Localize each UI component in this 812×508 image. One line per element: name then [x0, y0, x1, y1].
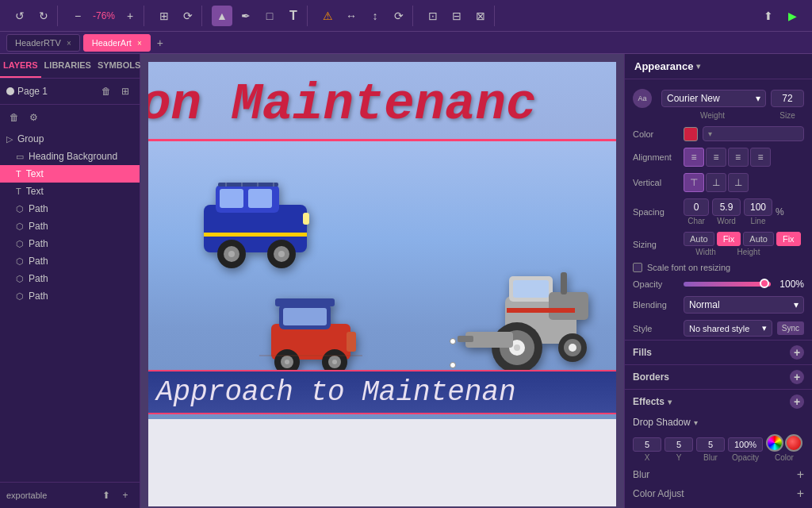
vehicle-truck[interactable] — [188, 149, 315, 279]
layer-text2[interactable]: T Text — [0, 183, 140, 200]
add-action-button[interactable]: + — [117, 487, 133, 503]
right-panel: Appearance ▾ Aa Courier New ▾ 72 — [624, 54, 812, 508]
vehicle-golf-cart[interactable] — [259, 276, 362, 383]
effects-section-header[interactable]: Effects ▾ + — [625, 389, 812, 414]
left-sidebar: LAYERS LIBRARIES SYMBOLS Page 1 🗑 ⊞ 🗑 ⚙ — [0, 54, 140, 508]
align-tool3[interactable]: ⊠ — [470, 6, 491, 26]
borders-section-header[interactable]: Borders + — [625, 364, 812, 389]
style-select[interactable]: No shared style ▾ — [684, 320, 772, 337]
align-left-btn[interactable]: ≡ — [684, 148, 704, 167]
color-selector[interactable]: ▾ — [703, 126, 804, 141]
fit-button[interactable]: ⊞ — [154, 6, 174, 26]
delete-page-button[interactable]: 🗑 — [98, 83, 114, 99]
effects-content: Drop Shadow ▾ X Y B — [625, 414, 812, 508]
tab-header-rtv[interactable]: HeaderRTV × — [6, 34, 80, 52]
add-color-adjust-button[interactable]: + — [797, 487, 804, 501]
shape-tool[interactable]: □ — [259, 6, 280, 26]
tab-symbols[interactable]: SYMBOLS — [94, 54, 144, 78]
valign-mid-btn[interactable]: ⊥ — [706, 173, 726, 192]
opacity-slider[interactable] — [684, 282, 771, 287]
layer-path5[interactable]: ⬡ Path — [0, 270, 140, 287]
align-tool2[interactable]: ⊟ — [446, 6, 467, 26]
height-fix-btn[interactable]: Fix — [776, 232, 801, 246]
layer-path6[interactable]: ⬡ Path — [0, 287, 140, 305]
drop-shadow-dropdown[interactable]: Drop Shadow ▾ — [633, 417, 804, 428]
layer-path1[interactable]: ⬡ Path — [0, 200, 140, 217]
height-auto-btn[interactable]: Auto — [743, 232, 774, 246]
add-effect-button[interactable]: + — [790, 394, 804, 409]
ds-y-input[interactable] — [665, 437, 693, 452]
zoom-in-button[interactable]: + — [120, 6, 140, 26]
fills-section-header[interactable]: Fills + — [625, 340, 812, 364]
add-blur-button[interactable]: + — [797, 468, 804, 482]
add-tab-button[interactable]: + — [157, 37, 163, 49]
layer-group[interactable]: ▷ Group — [0, 130, 140, 148]
layer-path2[interactable]: ⬡ Path — [0, 217, 140, 235]
add-fill-button[interactable]: + — [790, 345, 804, 360]
ds-color-rainbow[interactable] — [766, 434, 783, 452]
align-justify-btn[interactable]: ≡ — [750, 148, 771, 167]
zoom-out-button[interactable]: − — [67, 6, 88, 26]
select-tool[interactable]: ▲ — [212, 6, 232, 26]
flip-v-button[interactable]: ↕ — [365, 6, 385, 26]
refresh-button[interactable]: ⟳ — [389, 6, 409, 26]
flip-h-button[interactable]: ↔ — [341, 6, 362, 26]
redo-button[interactable]: ↻ — [33, 6, 54, 26]
selection-handle-mid[interactable] — [450, 362, 456, 368]
duplicate-page-button[interactable]: ⊞ — [117, 83, 133, 99]
layer-path3[interactable]: ⬡ Path — [0, 235, 140, 252]
text-tool[interactable]: T — [283, 6, 304, 26]
tab-layers[interactable]: LAYERS — [0, 54, 41, 78]
char-spacing-input[interactable]: 0 — [684, 198, 709, 216]
width-fix-btn[interactable]: Fix — [717, 232, 741, 246]
align-center-btn[interactable]: ≡ — [706, 148, 726, 167]
valign-top-btn[interactable]: ⊤ — [684, 173, 704, 192]
design-canvas[interactable]: on Maintenanc — [148, 62, 616, 506]
tab-close-rtv[interactable]: × — [67, 39, 71, 48]
pen-tool[interactable]: ✒ — [236, 6, 256, 26]
ds-x-input[interactable] — [633, 437, 661, 452]
width-auto-btn[interactable]: Auto — [684, 232, 714, 246]
color-swatch[interactable] — [684, 127, 698, 141]
sync-button[interactable]: Sync — [777, 321, 804, 335]
vehicle-tractor[interactable] — [458, 252, 600, 383]
warning-button[interactable]: ⚠ — [317, 6, 338, 26]
line-spacing-input[interactable]: 100 — [744, 198, 772, 216]
add-border-button[interactable]: + — [790, 370, 804, 384]
word-spacing-input[interactable]: 5.9 — [712, 198, 741, 216]
tab-header-art[interactable]: HeaderArt × — [83, 34, 151, 52]
ds-color-swatch[interactable] — [785, 434, 802, 452]
svg-point-40 — [569, 344, 576, 352]
layer-options-button[interactable]: ⚙ — [25, 110, 41, 125]
opacity-thumb[interactable] — [760, 279, 769, 288]
scale-font-checkbox[interactable] — [633, 263, 642, 272]
blending-select[interactable]: Normal ▾ — [684, 296, 804, 314]
subheading-bar[interactable]: Approach to Maintenan — [148, 370, 616, 414]
undo-button[interactable]: ↺ — [10, 6, 30, 26]
font-size-input[interactable]: 72 — [771, 90, 804, 107]
page-item[interactable]: Page 1 — [6, 86, 48, 97]
play-button[interactable]: ▶ — [782, 6, 802, 26]
ds-blur-input[interactable] — [696, 437, 725, 452]
font-preview-icon[interactable]: Aa — [633, 89, 652, 108]
align-right-btn[interactable]: ≡ — [728, 148, 749, 167]
layer-path4[interactable]: ⬡ Path — [0, 252, 140, 270]
weight-label: Weight — [700, 111, 725, 120]
export-button[interactable]: ⬆ — [758, 6, 779, 26]
tab-close-art[interactable]: × — [137, 39, 142, 48]
export-action-button[interactable]: ⬆ — [98, 487, 114, 503]
layer-heading-bg[interactable]: ▭ Heading Background — [0, 148, 140, 165]
font-selector[interactable]: Courier New ▾ — [661, 90, 766, 107]
rotate-button[interactable]: ⟳ — [178, 6, 198, 26]
layer-text1[interactable]: T Text — [0, 165, 140, 183]
valign-bottom-btn[interactable]: ⊥ — [728, 173, 749, 192]
heading-text[interactable]: on Maintenanc — [148, 76, 536, 133]
tab-libraries[interactable]: LIBRARIES — [41, 54, 94, 78]
layer-path3-label: Path — [29, 238, 48, 249]
align-tool1[interactable]: ⊡ — [423, 6, 443, 26]
ds-opacity-input[interactable] — [728, 437, 763, 452]
selection-handle-top[interactable] — [450, 338, 456, 344]
subheading-text: Approach to Maintenan — [156, 376, 516, 409]
delete-layer-button[interactable]: 🗑 — [6, 110, 22, 125]
spacing-label: Spacing — [633, 207, 679, 217]
